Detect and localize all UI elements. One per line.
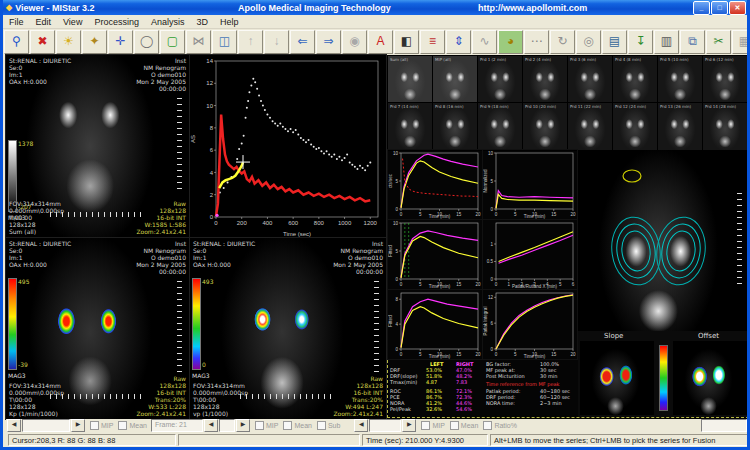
thumbnail[interactable]: Prd 8 (16 min)	[433, 103, 478, 150]
fusion-panel[interactable]	[578, 150, 749, 331]
zoom-icon[interactable]: ◯	[134, 30, 159, 54]
thumbnail[interactable]: Prd 2 (4 min)	[523, 56, 568, 103]
brightness-icon[interactable]: ☀	[56, 30, 81, 54]
menu-3d[interactable]: 3D	[190, 17, 214, 27]
print-icon[interactable]: ▥	[654, 30, 679, 54]
contrast-icon[interactable]: ◧	[394, 30, 419, 54]
checkbox-mip[interactable]: MIP	[90, 421, 113, 430]
menu-file[interactable]: File	[3, 17, 30, 27]
title-bar[interactable]: ◆ Viewer - MIStar 3.2 Apollo Medical Ima…	[3, 0, 747, 15]
frame-scrollbar-2[interactable]	[219, 419, 235, 432]
aux-field[interactable]	[701, 419, 747, 432]
thumbnail[interactable]: Prd 7 (14 min)	[388, 103, 433, 150]
prev-series-icon[interactable]: ⇐	[290, 30, 315, 54]
next-series-icon[interactable]: ⇒	[316, 30, 341, 54]
thumbnail[interactable]: Prd 6 (12 min)	[703, 56, 748, 103]
window-level-icon[interactable]: ✦	[82, 30, 107, 54]
renogram-chart-panel[interactable]: 02004006008001000120002468101214Time (se…	[190, 55, 386, 237]
copy-icon[interactable]: ⧉	[680, 30, 705, 54]
viewer-panel-kp[interactable]: St:RENAL : DIURETICSe:0 Im:1OAx H:0.000 …	[6, 238, 189, 419]
svg-text:Time (min): Time (min)	[429, 354, 451, 359]
patient-search-icon[interactable]: ⚲	[4, 30, 29, 54]
menu-processing[interactable]: Processing	[88, 17, 145, 27]
thumbnail[interactable]: MIP (all)	[433, 56, 478, 103]
mini-fitted2-chart[interactable]: 05101520048Time (min)Fitted	[388, 290, 482, 359]
roi-curve-icon[interactable]: ◕	[498, 30, 523, 54]
viewer-panel-vp[interactable]: St:RENAL : DIURETICSe:0 Im:1OAx H:0.000 …	[190, 238, 386, 419]
thumbnail[interactable]: Prd 14 (28 min)	[703, 103, 748, 150]
colorbar: 495 -39 MAG3	[8, 278, 26, 379]
cine-icon[interactable]: ◎	[576, 30, 601, 54]
mini-fitted-chart[interactable]: 051015200510Time (min)Fitted	[388, 220, 482, 289]
frame-next-button[interactable]: ▶	[236, 419, 250, 432]
roi-rect-icon[interactable]: ▢	[160, 30, 185, 54]
scroll-right-button-1[interactable]: ▶	[71, 419, 85, 432]
viewer-panel-sum[interactable]: St:RENAL : DIURETICSe:0 Im:1OAx H:0.000 …	[6, 55, 189, 237]
snapshot-icon[interactable]: ◉	[342, 30, 367, 54]
scale-ruler-y	[177, 281, 182, 377]
menu-analysis[interactable]: Analysis	[145, 17, 191, 27]
page-down-icon[interactable]: ↓	[264, 30, 289, 54]
thumbnail-image	[523, 56, 568, 103]
checkbox-mean[interactable]: Mean	[118, 421, 147, 430]
mini-patlak-integral-chart[interactable]: 051015200612Time (min)Patlak Integral	[483, 290, 577, 359]
thumbnail[interactable]: Prd 10 (20 min)	[523, 103, 568, 150]
menu-help[interactable]: Help	[214, 17, 245, 27]
svg-text:15: 15	[551, 212, 557, 217]
mini-renogram-chart[interactable]: 051015200510Time (min)cts/sec	[388, 150, 482, 219]
slope-image	[580, 341, 654, 415]
reset-orientation-icon[interactable]: ↻	[550, 30, 575, 54]
thumbnail[interactable]: Prd 11 (22 min)	[568, 103, 613, 150]
frame-selector[interactable]: Frame: 21	[151, 419, 203, 432]
checkbox-sub[interactable]: Sub	[317, 421, 340, 430]
flip-icon[interactable]: ⋈	[186, 30, 211, 54]
analysis-region[interactable]: Sum (all)MIP (all)Prd 1 (2 min)Prd 2 (4 …	[387, 55, 749, 418]
histogram-icon[interactable]: ∿	[472, 30, 497, 54]
minimize-button[interactable]: _	[693, 1, 710, 15]
frame-scrollbar-1[interactable]	[22, 419, 70, 432]
geometry-overlay: FOV:314x314mm0.000mm\0.000sp T\00:00128x…	[9, 382, 64, 417]
thumbnail[interactable]: Prd 5 (10 min)	[658, 56, 703, 103]
scroll-left-button-1[interactable]: ◀	[7, 419, 21, 432]
cut-icon[interactable]: ✂	[706, 30, 731, 54]
menu-view[interactable]: View	[57, 17, 88, 27]
scroll-left-button-3[interactable]: ◀	[354, 419, 368, 432]
scroll-right-button-3[interactable]: ▶	[402, 419, 416, 432]
thumbnail[interactable]: Prd 1 (2 min)	[478, 56, 523, 103]
maximize-button[interactable]: □	[711, 1, 728, 15]
thumbnail[interactable]: Prd 3 (6 min)	[568, 56, 613, 103]
annotate-text-icon[interactable]: A	[368, 30, 393, 54]
checkbox-mean[interactable]: Mean	[283, 421, 312, 430]
thumbnail[interactable]: Prd 12 (24 min)	[613, 103, 658, 150]
frame-scrollbar-3[interactable]	[369, 419, 401, 432]
checkbox-mip[interactable]: MIP	[255, 421, 278, 430]
mini-normalized-chart[interactable]: 051015200510Time (min)Normalized	[483, 150, 577, 219]
checkbox-mean[interactable]: Mean	[450, 421, 479, 430]
thumbnail[interactable]: Prd 9 (18 min)	[478, 103, 523, 150]
param-row: NORA time:2~3 min	[486, 400, 578, 406]
svg-text:6: 6	[490, 321, 493, 326]
mini-patlak-chart[interactable]: 012345600.51Patlak/Rutland X (min)	[483, 220, 577, 289]
menu-edit[interactable]: Edit	[30, 17, 58, 27]
profile-icon[interactable]: ⋯	[524, 30, 549, 54]
presentation-icon[interactable]: ▤	[602, 30, 627, 54]
export-icon[interactable]: ↧	[628, 30, 653, 54]
slope-offset-panel[interactable]: Slope Offset	[578, 331, 749, 417]
checkbox-ratio[interactable]: Ratio%	[483, 421, 517, 430]
close-button[interactable]: ✕	[729, 1, 746, 15]
pacs-icon[interactable]: ▦	[732, 30, 750, 54]
results-note: Time reference from MF peak	[486, 381, 578, 387]
thumbnail[interactable]: Prd 13 (26 min)	[658, 103, 703, 150]
frame-prev-button[interactable]: ◀	[204, 419, 218, 432]
page-up-icon[interactable]: ↑	[238, 30, 263, 54]
pan-icon[interactable]: ✛	[108, 30, 133, 54]
renogram-chart[interactable]: 02004006008001000120002468101214Time (se…	[190, 55, 386, 237]
thumbnail[interactable]: Sum (all)	[388, 56, 433, 103]
window-overlay: Raw128x128 16-bit INTW:1585 L:586 Zoom:2…	[136, 200, 186, 235]
color-scale-icon[interactable]: ≡	[420, 30, 445, 54]
thumbnail[interactable]: Prd 4 (8 min)	[613, 56, 658, 103]
close-study-icon[interactable]: ✖	[30, 30, 55, 54]
display-settings-icon[interactable]: ◫	[212, 30, 237, 54]
vertical-scale-icon[interactable]: ⇕	[446, 30, 471, 54]
checkbox-mip[interactable]: MIP	[421, 421, 444, 430]
